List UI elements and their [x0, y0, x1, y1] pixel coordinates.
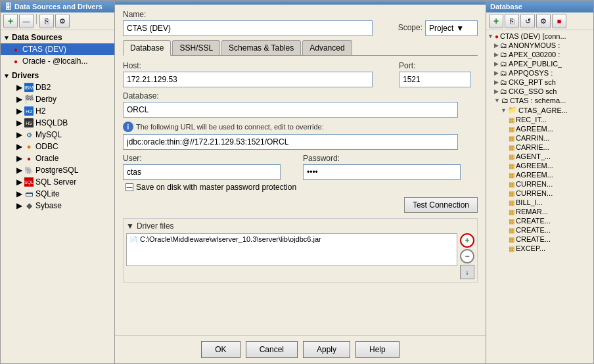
rtree-ckg-rpt[interactable]: ▶ 🗂 CKG_RPT sch	[486, 78, 593, 87]
right-toolbar: + ⎘ ↺ ⚙ ■	[486, 12, 593, 30]
right-add-button[interactable]: +	[489, 14, 503, 28]
tab-database[interactable]: Database	[123, 40, 171, 56]
rtree-appqosys[interactable]: ▶ 🗂 APPQOSYS :	[486, 68, 593, 78]
anonymous-label: ANONYMOUS :	[509, 41, 560, 49]
copy-datasource-button[interactable]: ⎘	[39, 14, 54, 28]
add-datasource-button[interactable]: +	[3, 14, 18, 28]
scope-dropdown[interactable]: Project ▼	[425, 20, 478, 36]
rtree-excep[interactable]: ▦ EXCEP...	[486, 244, 593, 253]
rtree-curren-1[interactable]: ▦ CURREN...	[486, 179, 593, 189]
rtree-curren-2[interactable]: ▦ CURREN...	[486, 189, 593, 198]
name-scope-row: Name: Scope: Project ▼	[123, 10, 478, 36]
apex-public-label: APEX_PUBLIC_	[509, 60, 562, 68]
driver-files-header[interactable]: ▼ Driver files	[126, 221, 474, 231]
driver-remove-button[interactable]: −	[460, 249, 474, 263]
cancel-button[interactable]: Cancel	[246, 341, 298, 358]
driver-hsqldb[interactable]: ▶ HS HSQLDB	[6, 117, 114, 129]
right-copy-button[interactable]: ⎘	[505, 14, 519, 28]
rtree-agreem-1[interactable]: ▦ AGREEM...	[486, 124, 593, 133]
bill-i-label: BILL_I...	[516, 198, 543, 206]
driver-sybase[interactable]: ▶ ◆ Sybase	[6, 200, 114, 212]
driver-sqlserver[interactable]: ▶ SQL SQL Server	[6, 176, 114, 188]
tab-advanced[interactable]: Advanced	[302, 40, 352, 55]
rtree-ctas-dev[interactable]: ▼ ● CTAS (DEV) [conn...	[486, 32, 593, 41]
rtree-create-3[interactable]: ▦ CREATE...	[486, 235, 593, 244]
rtree-anonymous[interactable]: ▶ 🗂 ANONYMOUS :	[486, 41, 593, 50]
rtree-bill-i[interactable]: ▦ BILL_I...	[486, 198, 593, 207]
settings-button[interactable]: ⚙	[55, 14, 70, 28]
rtree-rec-it[interactable]: ▦ REC_IT...	[486, 115, 593, 124]
save-on-disk-row: — Save on disk with master password prot…	[123, 183, 478, 192]
rtree-create-1[interactable]: ▦ CREATE...	[486, 216, 593, 225]
driver-list-item[interactable]: 📄 C:\Oracle\Middleware\wlserver_10.3\ser…	[127, 234, 457, 244]
drivers-label: Drivers	[12, 71, 39, 80]
url-input[interactable]	[123, 134, 458, 150]
driver-db2[interactable]: ▶ IBM DB2	[6, 81, 114, 93]
driver-postgresql[interactable]: ▶ 🐘 PostgreSQL	[6, 164, 114, 176]
datasource-item-oracle-local[interactable]: ● Oracle - @localh...	[1, 55, 114, 67]
rtree-agent[interactable]: ▦ AGENT_...	[486, 152, 593, 161]
save-on-disk-checkbox[interactable]: —	[126, 183, 133, 191]
table-icon-10: ▦	[509, 199, 514, 206]
driver-mysql[interactable]: ▶ ⚙ MySQL	[6, 129, 114, 141]
drivers-section-header[interactable]: ▼ Drivers	[1, 70, 114, 81]
hsql-icon: HS	[24, 118, 34, 127]
form-content: Name: Scope: Project ▼ Database SSH/SSL …	[115, 5, 486, 335]
tab-schemas-tables[interactable]: Schemas & Tables	[221, 40, 301, 55]
rtree-carrie[interactable]: ▦ CARRIE...	[486, 143, 593, 152]
ok-button[interactable]: OK	[201, 341, 240, 358]
ckg-rpt-label: CKG_RPT sch	[509, 78, 556, 86]
rtree-remar[interactable]: ▦ REMAR...	[486, 207, 593, 216]
ctas-dev-arrow: ▼	[488, 33, 493, 39]
table-icon-3: ▦	[509, 135, 514, 142]
rtree-apex-public[interactable]: ▶ 🗂 APEX_PUBLIC_	[486, 59, 593, 68]
appqosys-icon: 🗂	[500, 69, 507, 77]
user-input[interactable]	[123, 164, 281, 180]
driver-add-button[interactable]: +	[460, 233, 474, 248]
password-input[interactable]	[303, 164, 461, 180]
driver-h2[interactable]: ▶ H2 H2	[6, 105, 114, 117]
driver-sqlite[interactable]: ▶ 🗃 SQLite	[6, 188, 114, 200]
driver-scroll-down-button[interactable]: ↓	[460, 265, 474, 279]
create-3-label: CREATE...	[516, 235, 551, 243]
port-input[interactable]	[399, 72, 471, 87]
apply-button[interactable]: Apply	[303, 341, 350, 358]
rtree-create-2[interactable]: ▦ CREATE...	[486, 225, 593, 235]
ctas-schema-arrow: ▼	[494, 97, 500, 104]
sqlite-label: SQLite	[35, 189, 60, 198]
right-settings-button[interactable]: ⚙	[536, 14, 551, 28]
rtree-ctas-agre[interactable]: ▼ 📁 CTAS_AGRE...	[486, 105, 593, 115]
help-button[interactable]: Help	[355, 341, 400, 358]
driver-oracle[interactable]: ▶ ● Oracle	[6, 152, 114, 164]
ctas-agre-label: CTAS_AGRE...	[518, 106, 568, 114]
sqlserver-icon: SQL	[24, 177, 34, 187]
datasource-item-ctas[interactable]: ● CTAS (DEV)	[1, 43, 114, 55]
driver-derby[interactable]: ▶ 🏁 Derby	[6, 93, 114, 105]
test-connection-button[interactable]: Test Connection	[404, 197, 478, 213]
agreem-1-label: AGREEM...	[516, 125, 553, 133]
host-input[interactable]	[123, 72, 373, 87]
name-input[interactable]	[123, 20, 373, 36]
rtree-apex030200[interactable]: ▶ 🗂 APEX_030200 :	[486, 50, 593, 59]
rtree-carrin[interactable]: ▦ CARRIN...	[486, 133, 593, 143]
tab-ssh-ssl[interactable]: SSH/SSL	[172, 40, 220, 55]
datasources-section-header[interactable]: ▼ Data Sources	[1, 32, 114, 43]
pg-label: PostgreSQL	[35, 166, 78, 175]
rtree-ctas-schema[interactable]: ▼ 🗂 CTAS : schema...	[486, 96, 593, 105]
host-section: Host:	[123, 61, 394, 87]
rtree-agreem-2[interactable]: ▦ AGREEM...	[486, 161, 593, 170]
rtree-ckg-sso[interactable]: ▶ 🗂 CKG_SSO sch	[486, 87, 593, 96]
main-panel: Name: Scope: Project ▼ Database SSH/SSL …	[115, 0, 486, 364]
remove-datasource-button[interactable]: —	[19, 14, 34, 28]
database-input[interactable]	[123, 102, 458, 118]
driver-odbc[interactable]: ▶ ● ODBC	[6, 141, 114, 152]
ckg-sso-arrow: ▶	[494, 88, 499, 95]
oracle-drv-icon: ●	[24, 154, 34, 163]
rec-it-label: REC_IT...	[516, 116, 547, 124]
right-stop-button[interactable]: ■	[552, 14, 566, 28]
rtree-agreem-3[interactable]: ▦ AGREEM...	[486, 170, 593, 179]
agreem-3-label: AGREEM...	[516, 171, 553, 179]
right-refresh-button[interactable]: ↺	[520, 14, 535, 28]
driver-side-controls: + − ↓	[460, 233, 474, 279]
database-label: Database:	[123, 91, 478, 101]
